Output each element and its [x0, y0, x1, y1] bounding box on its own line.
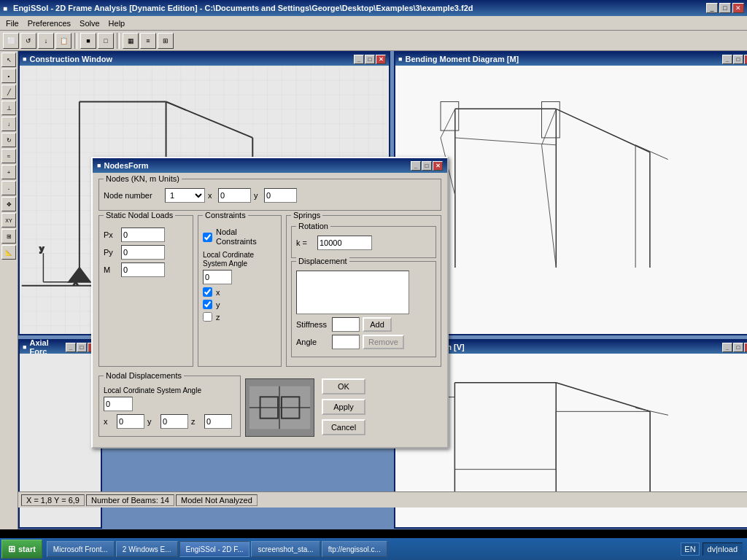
windows-logo-icon: ⊞ [8, 544, 15, 554]
construction-window-close[interactable]: ✕ [376, 55, 386, 64]
local-cordinate-label: Local Cordinate System Angle [203, 251, 276, 268]
y-constraint-checkbox[interactable] [203, 300, 212, 309]
tool-separator-1 [74, 33, 77, 49]
taskbar: ⊞ start Microsoft Front... 2 Windows E..… [0, 538, 747, 560]
left-tool-zoom-in[interactable]: + [1, 165, 16, 179]
x-label: x [208, 191, 215, 200]
menu-solve[interactable]: Solve [75, 18, 104, 29]
nodes-form-minimize-btn[interactable]: _ [411, 161, 421, 171]
maximize-btn[interactable]: □ [719, 3, 731, 13]
taskbar-item-2[interactable]: 2 Windows E... [116, 541, 178, 557]
menu-file[interactable]: File [1, 18, 23, 29]
local-angle-input[interactable] [203, 270, 232, 284]
axial-window-maximize[interactable]: □ [77, 343, 87, 352]
tool-btn-2[interactable]: ↺ [20, 33, 36, 49]
taskbar-item-5[interactable]: ftp://engissol.c... [322, 541, 387, 557]
nodes-form-title-label: NodesForm [104, 161, 148, 170]
cancel-button[interactable]: Cancel [322, 419, 365, 435]
z-constraint-checkbox[interactable] [203, 312, 212, 322]
construction-window-label: Construction Window [29, 55, 112, 63]
tool-btn-7[interactable]: ▦ [123, 33, 139, 49]
toolbar: ⬜ ↺ ↓ 📋 ■ □ ▦ ≡ ⊞ [0, 31, 747, 51]
nd-x-input[interactable] [117, 414, 144, 429]
nd-y-label: y [147, 417, 158, 426]
close-btn[interactable]: ✕ [732, 3, 744, 13]
y-input[interactable] [264, 188, 297, 203]
nodes-form-maximize-btn[interactable]: □ [422, 161, 432, 171]
py-label: Py [104, 248, 118, 257]
x-constraint-checkbox[interactable] [203, 287, 212, 297]
rotation-group: Rotation k = [291, 226, 436, 258]
apply-button[interactable]: Apply [322, 399, 365, 415]
menu-help[interactable]: Help [104, 18, 130, 29]
analysis-panel: Model Not Analyzed [176, 494, 258, 506]
px-input[interactable] [121, 228, 165, 242]
tool-btn-6[interactable]: □ [98, 33, 114, 49]
shear-window-close[interactable]: ✕ [744, 343, 747, 352]
ok-button[interactable]: OK [322, 378, 365, 394]
nd-y-input[interactable] [160, 414, 188, 429]
angle-input[interactable] [332, 335, 360, 349]
bending-window-minimize[interactable]: _ [722, 55, 732, 64]
py-input[interactable] [121, 245, 165, 260]
main-area: ↖ • ╱ ⊥ ↓ ↻ ≈ + - ✥ XY ⊞ 📐 ■ Constructio… [0, 51, 747, 529]
app-title-bar: ■ EngiSSol - 2D Frame Analysis [Dynamic … [0, 0, 747, 16]
x-input[interactable] [218, 188, 251, 203]
construction-window-maximize[interactable]: □ [365, 55, 375, 64]
minimize-btn[interactable]: _ [706, 3, 718, 13]
add-button[interactable]: Add [363, 317, 392, 332]
left-tool-dist[interactable]: ≈ [1, 149, 16, 163]
tool-btn-9[interactable]: ⊞ [158, 33, 174, 49]
left-tool-beam[interactable]: ╱ [1, 85, 16, 99]
shear-window-minimize[interactable]: _ [722, 343, 732, 352]
left-tool-moment[interactable]: ↻ [1, 133, 16, 147]
left-tool-xy[interactable]: XY [1, 213, 16, 228]
node-number-select[interactable]: 1 [165, 188, 205, 203]
tool-btn-4[interactable]: 📋 [55, 33, 71, 49]
displacement-group: Displacement Stiffness Add Angle [291, 261, 436, 357]
start-label: start [18, 545, 36, 553]
bending-window-close[interactable]: ✕ [744, 55, 747, 64]
construction-window-minimize[interactable]: _ [354, 55, 364, 64]
tool-btn-1[interactable]: ⬜ [3, 33, 19, 49]
nd-z-label: z [191, 417, 201, 426]
bending-window-maximize[interactable]: □ [733, 55, 743, 64]
m-input[interactable] [121, 262, 165, 277]
left-tool-node[interactable]: • [1, 69, 16, 83]
taskbar-item-4[interactable]: screenshot_sta... [251, 541, 320, 557]
node-image [245, 378, 314, 437]
taskbar-clock: dv|nload [703, 542, 743, 556]
left-tool-grid[interactable]: ⊞ [1, 229, 16, 244]
left-tool-support[interactable]: ⊥ [1, 101, 16, 115]
nodes-form-close-btn[interactable]: ✕ [433, 161, 443, 171]
displacement-listbox[interactable] [296, 271, 409, 314]
tool-btn-8[interactable]: ≡ [140, 33, 156, 49]
axial-window-minimize[interactable]: _ [66, 343, 76, 352]
k-input[interactable] [317, 236, 372, 250]
menu-preferences[interactable]: Preferences [23, 18, 75, 29]
px-label: Px [104, 230, 118, 239]
k-label: k = [296, 238, 314, 247]
svg-text:y: y [39, 244, 44, 253]
springs-group: Springs Rotation k = Displacement [286, 215, 441, 367]
taskbar-item-3[interactable]: EngiSSol - 2D F... [179, 541, 250, 557]
angle-label: Angle [296, 338, 329, 346]
left-tool-measure[interactable]: 📐 [1, 245, 16, 260]
stiffness-input[interactable] [332, 317, 360, 332]
nodal-angle-input[interactable] [104, 397, 133, 411]
nd-z-input[interactable] [204, 414, 232, 429]
tool-btn-3[interactable]: ↓ [38, 33, 54, 49]
remove-button[interactable]: Remove [363, 335, 404, 349]
app-title: EngiSSol - 2D Frame Analysis [Dynamic Ed… [13, 4, 473, 12]
menu-bar: File Preferences Solve Help [0, 16, 747, 31]
nodal-constraints-checkbox[interactable] [203, 233, 212, 242]
left-tool-zoom-out[interactable]: - [1, 181, 16, 195]
tool-btn-5[interactable]: ■ [80, 33, 96, 49]
left-tool-load[interactable]: ↓ [1, 117, 16, 131]
start-button[interactable]: ⊞ start [1, 540, 42, 559]
left-tool-pan[interactable]: ✥ [1, 197, 16, 211]
taskbar-item-1[interactable]: Microsoft Front... [47, 541, 115, 557]
taskbar-items: Microsoft Front... 2 Windows E... EngiSS… [44, 541, 676, 557]
shear-window-maximize[interactable]: □ [733, 343, 743, 352]
left-tool-select[interactable]: ↖ [1, 52, 16, 67]
